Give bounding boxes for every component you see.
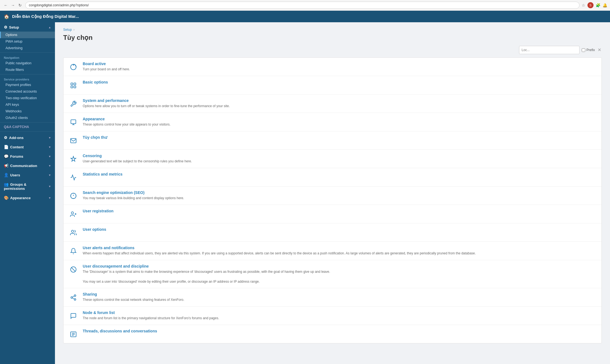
svg-point-21 [74, 295, 76, 296]
alert-icon[interactable]: 🔔 [603, 3, 607, 7]
svg-point-15 [71, 212, 74, 214]
sidebar-item-pwa-setup[interactable]: PWA setup [0, 38, 55, 45]
user-options-icon [68, 228, 78, 238]
content-area: Setup › Tùy chọn Prefix ✕ [55, 22, 610, 364]
appearance-section-header[interactable]: 🎨Appearance ▼ [0, 193, 55, 202]
censoring-title: Censoring [83, 154, 597, 158]
board-active-icon [68, 62, 78, 72]
sidebar-section-setup: ⚙Setup ▲ Options PWA setup Advertising [0, 22, 55, 51]
svg-line-24 [73, 298, 74, 299]
page-title: Tùy chọn [63, 34, 602, 41]
svg-point-23 [74, 299, 76, 300]
option-item-threads[interactable]: Threads, discussions and conversations [63, 325, 601, 343]
option-item-appearance[interactable]: Appearance These options control how you… [63, 113, 601, 131]
groups-section-header[interactable]: 👥Groups & permissions ▼ [0, 179, 55, 193]
refresh-button[interactable]: ↻ [17, 2, 23, 8]
sidebar-item-oauth2[interactable]: OAuth2 clients [0, 115, 55, 121]
setup-icon: ⚙ [4, 25, 7, 29]
forums-section-header[interactable]: 💬Forums ▼ [0, 151, 55, 161]
breadcrumb-setup-link[interactable]: Setup [63, 28, 72, 32]
search-input[interactable] [519, 46, 580, 54]
option-item-user-alerts[interactable]: User alerts and notifications When event… [63, 242, 601, 260]
user-registration-content: User registration [83, 209, 597, 214]
seo-desc: You may tweak various link-building and … [83, 196, 597, 201]
options-list: Board active Turn your board on and off … [63, 57, 602, 343]
main-layout: ⚙Setup ▲ Options PWA setup Advertising N… [0, 22, 610, 364]
appearance-item-content: Appearance These options control how you… [83, 117, 597, 127]
prefix-checkbox-label[interactable]: Prefix [582, 48, 595, 52]
back-button[interactable]: ← [3, 2, 9, 8]
sidebar-item-advertising[interactable]: Advertising [0, 45, 55, 51]
user-options-title: User options [83, 227, 597, 232]
setup-section-header[interactable]: ⚙Setup ▲ [0, 22, 55, 32]
addons-chevron: ▼ [48, 136, 51, 139]
navigation-items: Public navigation Route filters [0, 60, 55, 73]
sidebar-item-connected-accounts[interactable]: Connected accounts [0, 88, 55, 95]
sidebar-item-payment-profiles[interactable]: Payment profiles [0, 82, 55, 88]
users-icon: 👤 [4, 173, 9, 177]
option-item-email[interactable]: Tùy chọn thư [63, 131, 601, 150]
sidebar-item-two-step-verification[interactable]: Two-step verification [0, 95, 55, 101]
node-forum-icon [68, 311, 78, 321]
search-bar-row: Prefix ✕ [63, 46, 602, 54]
browser-nav-buttons: ← → ↻ [3, 2, 23, 8]
sidebar-item-public-navigation[interactable]: Public navigation [0, 60, 55, 66]
sidebar-item-webhooks[interactable]: Webhooks [0, 108, 55, 115]
prefix-checkbox[interactable] [582, 48, 585, 52]
appearance-item-desc: These options control how your site appe… [83, 122, 597, 127]
svg-rect-5 [74, 86, 76, 88]
statistics-icon [68, 173, 78, 182]
sidebar-item-qa-captcha[interactable]: Q&A CAPTCHA [0, 124, 55, 130]
bookmark-icon[interactable]: ☆ [582, 3, 585, 7]
users-section-header[interactable]: 👤Users ▼ [0, 170, 55, 179]
communication-icon: 📢 [4, 163, 9, 168]
addons-section-header[interactable]: ⚙Add-ons ▼ [0, 133, 55, 142]
search-clear-button[interactable]: ✕ [597, 48, 602, 52]
node-forum-title: Node & forum list [83, 310, 597, 315]
seo-title: Search engine optimization (SEO) [83, 190, 597, 195]
option-item-basic-options[interactable]: Basic options [63, 76, 601, 95]
seo-content: Search engine optimization (SEO) You may… [83, 190, 597, 201]
forward-button[interactable]: → [10, 2, 16, 8]
censoring-desc: User-generated text will be subject to t… [83, 159, 597, 164]
user-alerts-desc: When events happen that affect individua… [83, 251, 597, 256]
content-section-header[interactable]: 📄Content ▼ [0, 142, 55, 151]
app-header: 🏠 Diễn Đàn Cộng Đồng Digital Mar... [0, 11, 610, 22]
home-icon[interactable]: 🏠 [4, 14, 9, 19]
option-item-statistics[interactable]: Statistics and metrics [63, 168, 601, 187]
address-bar[interactable] [25, 2, 580, 9]
content-chevron: ▼ [48, 146, 51, 149]
user-discouragement-title: User discouragement and discipline [83, 264, 597, 268]
option-item-user-discouragement[interactable]: User discouragement and discipline The '… [63, 260, 601, 288]
option-item-node-forum[interactable]: Node & forum list The node and forum lis… [63, 307, 601, 325]
system-performance-desc: Options here allow you to turn off or tw… [83, 104, 597, 109]
navigation-label: Navigation [0, 54, 55, 60]
communication-section-header[interactable]: 📢Communication ▼ [0, 161, 55, 170]
user-options-content: User options [83, 227, 597, 232]
option-item-sharing[interactable]: Sharing These options control the social… [63, 288, 601, 307]
option-item-board-active[interactable]: Board active Turn your board on and off … [63, 58, 601, 76]
sharing-icon [68, 293, 78, 302]
option-item-censoring[interactable]: Censoring User-generated text will be su… [63, 150, 601, 168]
email-content: Tùy chọn thư [83, 135, 597, 140]
extension-icon[interactable]: 🧩 [596, 3, 600, 7]
sharing-content: Sharing These options control the social… [83, 292, 597, 302]
node-forum-desc: The node and forum list is the primary n… [83, 316, 597, 321]
board-active-title: Board active [83, 62, 597, 66]
threads-icon [68, 329, 78, 339]
option-item-system-performance[interactable]: System and performance Options here allo… [63, 95, 601, 113]
addons-icon: ⚙ [4, 135, 7, 140]
system-performance-icon [68, 99, 78, 109]
user-registration-title: User registration [83, 209, 597, 213]
basic-options-title: Basic options [83, 80, 597, 84]
sidebar-item-api-keys[interactable]: API keys [0, 101, 55, 108]
email-icon [68, 136, 78, 146]
sidebar-item-options[interactable]: Options [0, 32, 55, 38]
user-avatar-icon[interactable]: S [587, 2, 594, 8]
sidebar-item-route-filters[interactable]: Route filters [0, 66, 55, 73]
appearance-item-icon [68, 117, 78, 127]
sidebar: ⚙Setup ▲ Options PWA setup Advertising N… [0, 22, 55, 364]
option-item-user-registration[interactable]: User registration [63, 205, 601, 223]
option-item-seo[interactable]: Search engine optimization (SEO) You may… [63, 187, 601, 205]
option-item-user-options[interactable]: User options [63, 223, 601, 242]
